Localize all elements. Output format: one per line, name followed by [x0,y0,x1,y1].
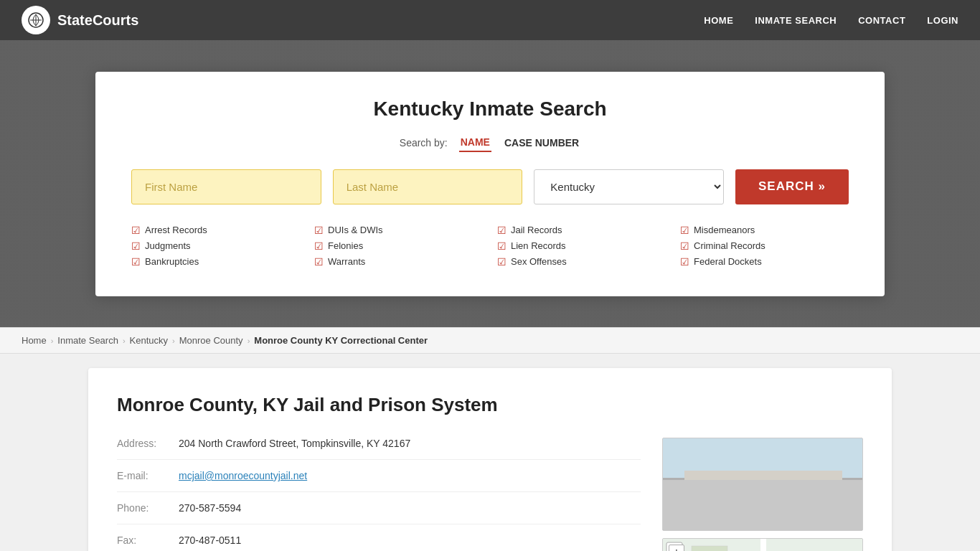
checkbox-label: Bankruptcies [145,256,199,267]
map-image[interactable]: + [662,538,863,551]
first-name-input[interactable] [131,169,321,204]
checkbox-label: Warrants [328,256,365,267]
hero-section: COURTHOUSE Kentucky Inmate Search Search… [0,40,980,327]
info-value-phone: 270-587-5594 [179,502,241,514]
logo[interactable]: StateCourts [22,6,138,34]
svg-rect-7 [699,481,720,496]
breadcrumb-sep: › [172,336,175,345]
svg-text:+: + [671,544,677,551]
info-row-address: Address:204 North Crawford Street, Tompk… [117,438,641,460]
search-card: Kentucky Inmate Search Search by: NAME C… [95,72,885,296]
svg-rect-8 [735,481,756,496]
svg-rect-13 [799,510,828,519]
checkbox-check-icon: ☑ [497,240,507,252]
checkbox-item-bankruptcies: ☑Bankruptcies [131,256,300,268]
info-row-phone: Phone:270-587-5594 [117,502,641,524]
search-button[interactable]: SEARCH » [735,169,849,204]
content-area: Monroe County, KY Jail and Prison System… [67,354,913,551]
breadcrumb-sep: › [123,336,126,345]
info-label-phone: Phone: [117,502,167,514]
svg-rect-4 [663,474,863,531]
breadcrumb-current: Monroe County KY Correctional Center [254,335,428,346]
checkbox-label: DUIs & DWIs [328,225,383,235]
checkbox-item-jail-records: ☑Jail Records [497,225,666,236]
breadcrumb-link-monroe-county[interactable]: Monroe County [179,335,243,346]
svg-rect-18 [692,546,727,551]
checkbox-grid: ☑Arrest Records☑DUIs & DWIs☑Jail Records… [131,225,849,268]
last-name-input[interactable] [333,169,523,204]
checkbox-label: Judgments [145,240,191,251]
checkbox-label: Criminal Records [694,240,765,251]
search-card-title: Kentucky Inmate Search [131,98,849,121]
checkbox-check-icon: ☑ [131,225,141,236]
svg-rect-12 [796,514,835,527]
nav-contact[interactable]: CONTACT [858,15,905,26]
building-image [662,438,863,531]
checkbox-item-misdemeanors: ☑Misdemeanors [680,225,849,236]
breadcrumb-sep: › [248,336,250,345]
info-value-fax: 270-487-0511 [179,534,241,546]
checkbox-check-icon: ☑ [131,240,141,252]
checkbox-check-icon: ☑ [314,256,324,268]
nav-links: HOME INMATE SEARCH CONTACT LOGIN [704,14,958,26]
search-by-row: Search by: NAME CASE NUMBER [131,133,849,152]
content-card: Monroe County, KY Jail and Prison System… [88,368,892,551]
info-value-email[interactable]: mcjail@monroecountyjail.net [179,470,307,481]
info-label-email: E-mail: [117,470,167,481]
checkbox-check-icon: ☑ [131,256,141,268]
tab-case-number[interactable]: CASE NUMBER [503,134,580,151]
checkbox-label: Lien Records [511,240,566,251]
checkbox-item-lien-records: ☑Lien Records [497,240,666,252]
checkbox-label: Misdemeanors [694,225,755,235]
svg-rect-10 [806,481,828,496]
checkbox-check-icon: ☑ [497,225,507,236]
checkbox-check-icon: ☑ [497,256,507,268]
breadcrumb-link-home[interactable]: Home [22,335,47,346]
svg-rect-6 [684,471,842,531]
checkbox-check-icon: ☑ [680,256,689,268]
checkbox-check-icon: ☑ [680,225,689,236]
checkbox-label: Federal Dockets [694,256,762,267]
info-images: + [662,438,863,551]
info-link-email[interactable]: mcjail@monroecountyjail.net [179,470,307,481]
checkbox-item-federal-dockets: ☑Federal Dockets [680,256,849,268]
svg-rect-9 [771,481,792,496]
checkbox-label: Felonies [328,240,363,251]
logo-text: StateCourts [57,12,138,29]
checkbox-item-arrest-records: ☑Arrest Records [131,225,300,236]
info-table: Address:204 North Crawford Street, Tompk… [117,438,641,551]
info-label-fax: Fax: [117,534,167,546]
info-value-address: 204 North Crawford Street, Tompkinsville… [179,438,410,449]
checkbox-item-felonies: ☑Felonies [314,240,483,252]
content-title: Monroe County, KY Jail and Prison System [117,394,863,416]
checkbox-check-icon: ☑ [314,225,324,236]
svg-rect-11 [749,507,778,531]
checkbox-item-criminal-records: ☑Criminal Records [680,240,849,252]
search-by-label: Search by: [400,137,448,149]
info-row-fax: Fax:270-487-0511 [117,534,641,551]
info-label-address: Address: [117,438,167,449]
navbar: StateCourts HOME INMATE SEARCH CONTACT L… [0,0,980,40]
checkbox-check-icon: ☑ [314,240,324,252]
breadcrumb: Home›Inmate Search›Kentucky›Monroe Count… [0,327,980,354]
breadcrumb-link-inmate-search[interactable]: Inmate Search [57,335,118,346]
breadcrumb-sep: › [51,336,54,345]
checkbox-item-warrants: ☑Warrants [314,256,483,268]
checkbox-label: Arrest Records [145,225,207,235]
state-select[interactable]: Kentucky Alabama Alaska Arizona Arkansas… [534,169,724,204]
checkbox-label: Sex Offenses [511,256,567,267]
info-layout: Address:204 North Crawford Street, Tompk… [117,438,863,551]
nav-home[interactable]: HOME [704,15,733,26]
search-inputs-row: Kentucky Alabama Alaska Arizona Arkansas… [131,169,849,204]
info-row-email: E-mail:mcjail@monroecountyjail.net [117,470,641,492]
nav-login[interactable]: LOGIN [927,15,958,26]
checkbox-item-sex-offenses: ☑Sex Offenses [497,256,666,268]
tab-name[interactable]: NAME [459,133,491,152]
nav-inmate-search[interactable]: INMATE SEARCH [755,15,837,26]
checkbox-item-judgments: ☑Judgments [131,240,300,252]
checkbox-label: Jail Records [511,225,562,235]
checkbox-check-icon: ☑ [680,240,689,252]
checkbox-item-duis-dwis: ☑DUIs & DWIs [314,225,483,236]
breadcrumb-link-kentucky[interactable]: Kentucky [130,335,168,346]
logo-icon [22,6,50,34]
